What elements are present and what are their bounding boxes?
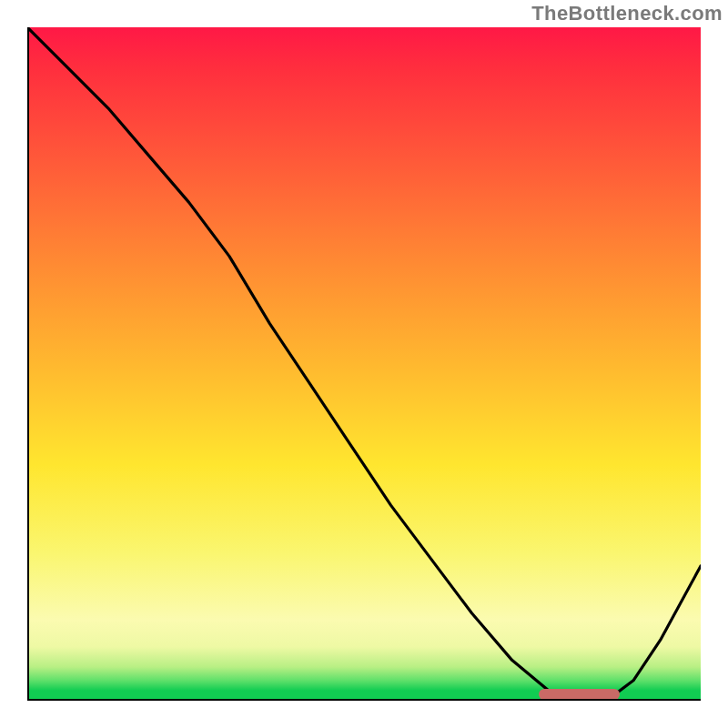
chart-stage: TheBottleneck.com (0, 0, 728, 728)
bottleneck-curve (27, 27, 701, 701)
curve-svg (27, 27, 701, 701)
x-axis (27, 699, 701, 701)
y-axis (27, 27, 29, 701)
plot-area (27, 27, 701, 701)
watermark-text: TheBottleneck.com (531, 2, 723, 25)
optimal-range-marker (539, 689, 620, 700)
